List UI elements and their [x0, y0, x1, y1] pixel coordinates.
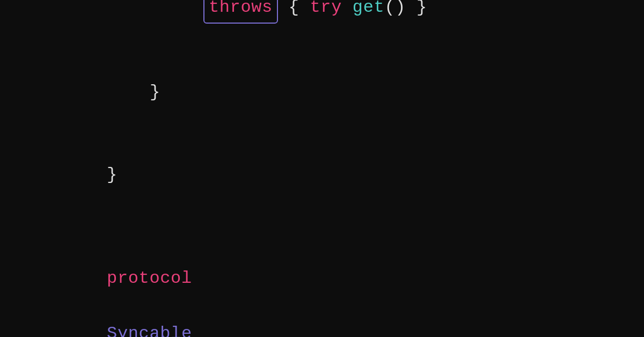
- code-display: extension Result { var value : Success {…: [0, 0, 470, 337]
- keyword-try: try: [310, 0, 342, 17]
- keyword-get-call: get: [342, 0, 384, 17]
- code-line-3: get throws { try get() }: [43, 0, 427, 51]
- code-block-2: protocol Syncable { var isSynced : Bool …: [43, 237, 427, 337]
- code-block-1: extension Result { var value : Success {…: [43, 0, 427, 216]
- highlighted-throws: throws: [203, 0, 278, 24]
- code-line-4: }: [43, 51, 427, 134]
- keyword-protocol: protocol: [107, 268, 192, 288]
- type-syncable: Syncable: [107, 324, 192, 337]
- code-line-5: }: [43, 133, 427, 216]
- code-line-6: protocol Syncable {: [43, 237, 427, 337]
